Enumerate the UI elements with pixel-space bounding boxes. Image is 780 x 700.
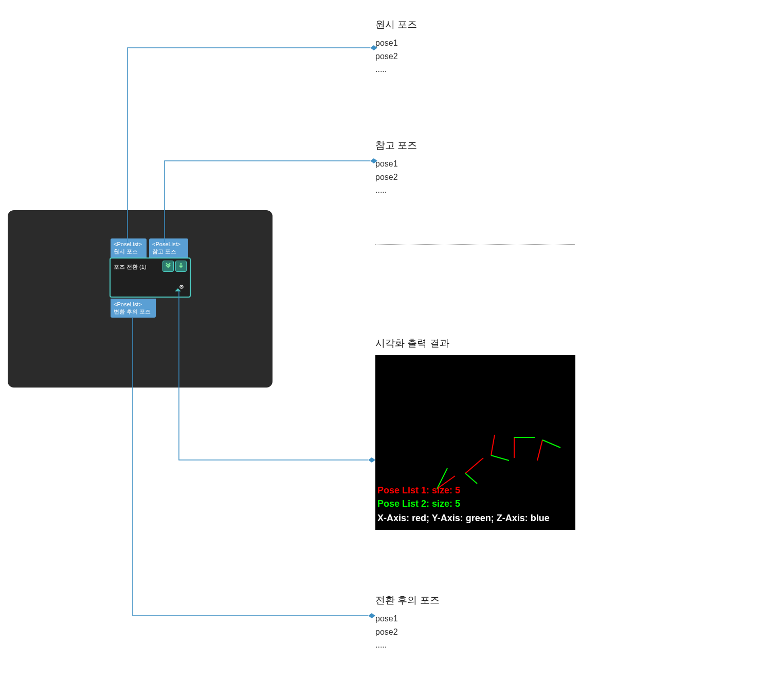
node-icons xyxy=(162,261,187,272)
output-port-transformed[interactable]: <PoseList> 변환 후의 포즈 xyxy=(111,299,156,318)
port-type-label: <PoseList> xyxy=(152,241,185,248)
viz-render: Pose List 1: size: 5 Pose List 2: size: … xyxy=(375,355,575,530)
svg-line-7 xyxy=(491,435,495,455)
node-title: 포즈 전환 (1) xyxy=(114,264,147,270)
list-item: ..... xyxy=(375,638,440,652)
list-item: ..... xyxy=(375,63,417,76)
port-type-label: <PoseList> xyxy=(114,301,153,308)
section-title: 전환 후의 포즈 xyxy=(375,594,440,607)
node-panel: <PoseList> 원시 포즈 <PoseList> 참고 포즈 포즈 전환 … xyxy=(8,210,273,388)
section-title: 원시 포즈 xyxy=(375,18,417,31)
section-title: 시각화 출력 결과 xyxy=(375,337,575,350)
viz-text-green: Pose List 2: size: 5 xyxy=(377,499,460,509)
input-port-ref-pose[interactable]: <PoseList> 참고 포즈 xyxy=(149,238,188,257)
svg-marker-15 xyxy=(368,457,375,463)
svg-line-5 xyxy=(465,458,483,473)
section-ref-pose: 참고 포즈 pose1 pose2 ..... xyxy=(375,139,417,197)
port-name-label: 변환 후의 포즈 xyxy=(114,308,153,315)
section-title: 참고 포즈 xyxy=(375,139,417,152)
section-viz-output: 시각화 출력 결과 Pose List 1: size: 5 Pose List… xyxy=(375,337,575,530)
svg-line-12 xyxy=(542,440,560,448)
svg-line-8 xyxy=(491,455,509,460)
viz-text-red: Pose List 1: size: 5 xyxy=(377,485,460,496)
port-name-label: 참고 포즈 xyxy=(152,248,185,255)
port-name-label: 원시 포즈 xyxy=(114,248,143,255)
list-item: pose1 xyxy=(375,36,417,50)
svg-marker-16 xyxy=(368,613,375,618)
list-item: pose2 xyxy=(375,50,417,63)
section-raw-pose: 원시 포즈 pose1 pose2 ..... xyxy=(375,18,417,76)
download-icon[interactable] xyxy=(175,261,187,272)
input-port-raw-pose[interactable]: <PoseList> 원시 포즈 xyxy=(111,238,147,257)
viz-text-white: X-Axis: red; Y-Axis: green; Z-Axis: blue xyxy=(377,513,550,524)
list-item: pose2 xyxy=(375,171,417,184)
svg-line-6 xyxy=(465,473,477,484)
port-type-label: <PoseList> xyxy=(114,241,143,248)
divider xyxy=(375,244,575,245)
svg-line-11 xyxy=(537,440,542,460)
list-item: pose1 xyxy=(375,612,440,625)
list-item: pose1 xyxy=(375,157,417,171)
svg-point-2 xyxy=(181,286,182,287)
eye-icon[interactable] xyxy=(173,283,186,293)
dropdown-icon[interactable] xyxy=(162,261,174,272)
list-item: ..... xyxy=(375,183,417,197)
node-body[interactable]: 포즈 전환 (1) xyxy=(110,257,191,298)
svg-point-0 xyxy=(180,263,182,265)
list-item: pose2 xyxy=(375,625,440,639)
section-transformed-pose: 전환 후의 포즈 pose1 pose2 ..... xyxy=(375,594,440,652)
